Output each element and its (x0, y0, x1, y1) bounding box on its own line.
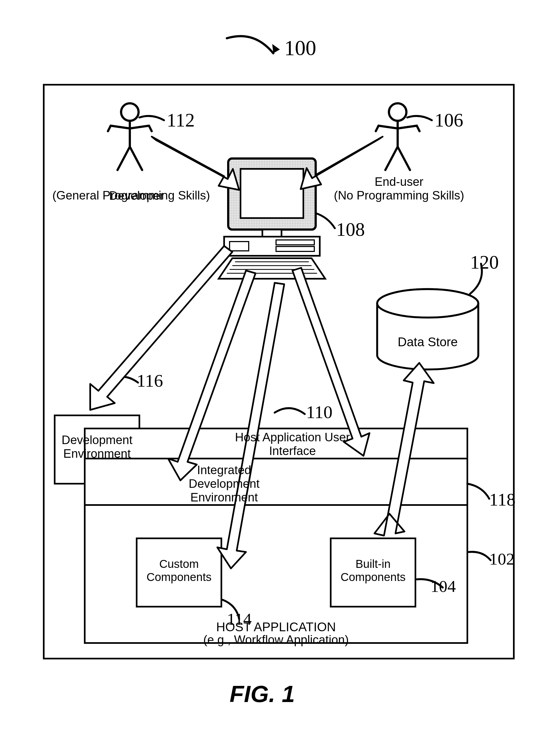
svg-point-17 (377, 289, 478, 318)
ref-host-app: 102 (489, 549, 515, 569)
host-ui-label: Host Application User Interface (224, 430, 361, 458)
ref-data-store: 120 (470, 251, 499, 274)
ref-builtin: 104 (430, 577, 456, 596)
svg-rect-10 (276, 246, 314, 251)
ref-host-ui: 110 (306, 402, 333, 422)
host-app-subtitle: (e.g., Workflow Application) (167, 633, 385, 647)
data-store-icon (377, 289, 478, 369)
developer-icon (108, 103, 152, 170)
host-app-title: HOST APPLICATION (167, 620, 385, 634)
svg-point-4 (389, 103, 406, 121)
ref-end-user: 106 (435, 109, 463, 131)
figure-caption: FIG. 1 (230, 680, 295, 707)
end-user-title: End-user (344, 175, 454, 189)
ref-developer: 112 (167, 109, 195, 131)
end-user-subtitle: (No Programming Skills) (322, 189, 476, 202)
diagram-root: 100 Developer (General Programming Skill… (0, 0, 560, 734)
ref-dev-env: 116 (137, 370, 163, 391)
svg-rect-11 (230, 242, 249, 251)
svg-rect-6 (241, 169, 303, 218)
data-store-label: Data Store (391, 335, 465, 349)
builtin-label: Built-in Components (333, 557, 413, 584)
dev-env-label: Development Environment (56, 433, 138, 460)
svg-point-3 (121, 103, 139, 121)
ref-ide: 118 (489, 489, 516, 510)
ide-label: Integrated Development Environment (169, 463, 279, 504)
developer-subtitle: (General Programming Skills) (48, 189, 215, 202)
ref-computer: 108 (336, 219, 365, 241)
svg-rect-9 (276, 240, 314, 245)
custom-label: Custom Components (139, 557, 219, 584)
arrow-computer-to-hostui (292, 268, 370, 456)
svg-rect-7 (262, 230, 282, 237)
ref-system: 100 (284, 36, 316, 60)
